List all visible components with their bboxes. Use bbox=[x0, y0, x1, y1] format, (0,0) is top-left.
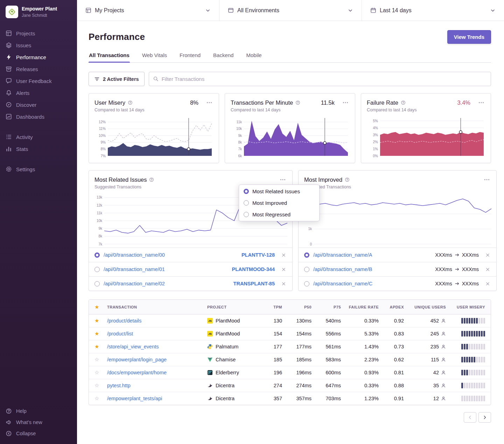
tab-frontend[interactable]: Frontend bbox=[179, 52, 201, 62]
transaction-link[interactable]: /product/list bbox=[107, 331, 133, 337]
arrow-right-icon bbox=[455, 252, 460, 257]
transaction-link[interactable]: /empowerplant_tests/api bbox=[107, 396, 162, 401]
transaction-link[interactable]: /api/0/transaction_name/C bbox=[313, 281, 372, 286]
dismiss-button[interactable] bbox=[281, 281, 287, 287]
radio-button[interactable] bbox=[244, 200, 249, 206]
sidebar-item-releases[interactable]: Releases bbox=[0, 63, 77, 75]
tab-web-vitals[interactable]: Web Vitals bbox=[142, 52, 167, 62]
star-filled-icon[interactable]: ★ bbox=[94, 331, 99, 337]
sidebar-item-stats[interactable]: Stats bbox=[0, 143, 77, 155]
transaction-link[interactable]: /empowerplant/login_page bbox=[107, 357, 167, 362]
question-icon[interactable] bbox=[345, 177, 350, 182]
misery-bar bbox=[474, 357, 475, 362]
dropdown-option-most-related-issues[interactable]: Most Related Issues bbox=[239, 186, 319, 197]
dismiss-button[interactable] bbox=[485, 281, 491, 287]
question-icon[interactable] bbox=[128, 100, 133, 105]
dropdown-option-most-improved[interactable]: Most Improved bbox=[239, 197, 319, 209]
sidebar-item-discover[interactable]: Discover bbox=[0, 99, 77, 111]
transaction-link[interactable]: pytest.http bbox=[107, 383, 131, 388]
previous-page-button[interactable] bbox=[464, 412, 476, 423]
column-header-tpm[interactable]: TPM bbox=[263, 300, 285, 314]
column-header-p75[interactable]: P75 bbox=[314, 300, 344, 314]
active-filters-button[interactable]: 2 Active Filters bbox=[89, 72, 145, 86]
question-icon[interactable] bbox=[149, 177, 154, 182]
sidebar-item-alerts[interactable]: Alerts bbox=[0, 87, 77, 99]
sidebar-item-user-feedback[interactable]: User Feedback bbox=[0, 75, 77, 87]
issue-link[interactable]: TRANSPLANT-85 bbox=[233, 281, 275, 286]
issue-link[interactable]: PLANTTV-128 bbox=[241, 252, 275, 258]
star-outline-icon[interactable]: ☆ bbox=[94, 382, 99, 388]
question-icon[interactable] bbox=[401, 100, 406, 105]
misery-bar bbox=[481, 344, 483, 349]
issue-link[interactable]: PLANTMOOD-344 bbox=[232, 266, 275, 272]
dropdown-option-most-regressed[interactable]: Most Regressed bbox=[239, 209, 319, 220]
radio-button[interactable] bbox=[244, 189, 249, 194]
transaction-link[interactable]: /api/0/transaction_name/A bbox=[313, 252, 372, 258]
most-related-issues-menu-button[interactable] bbox=[279, 176, 287, 183]
radio-button[interactable] bbox=[94, 252, 100, 258]
misery-bar bbox=[471, 383, 473, 388]
transaction-link[interactable]: /api/0/transaction_name/01 bbox=[104, 266, 165, 272]
project-picker[interactable]: My Projects bbox=[77, 0, 219, 21]
sidebar-item-what-s-new[interactable]: What’s new bbox=[0, 417, 77, 428]
svg-text:11k: 11k bbox=[97, 211, 103, 215]
dismiss-button[interactable] bbox=[281, 252, 287, 258]
transaction-link[interactable]: /api/0/transaction_name/02 bbox=[104, 281, 165, 286]
star-outline-icon[interactable]: ☆ bbox=[94, 369, 99, 375]
sidebar-item-settings[interactable]: Settings bbox=[0, 163, 77, 175]
sidebar-item-performance[interactable]: Performance bbox=[0, 51, 77, 63]
sidebar-item-label: Dashboards bbox=[16, 114, 44, 120]
radio-button[interactable] bbox=[94, 267, 100, 272]
misery-bar bbox=[471, 370, 473, 375]
radio-button[interactable] bbox=[94, 281, 100, 286]
sidebar-item-issues[interactable]: Issues bbox=[0, 39, 77, 51]
ellipsis-icon bbox=[478, 99, 484, 106]
star-filled-icon[interactable]: ★ bbox=[94, 344, 99, 349]
failure-rate-menu-button[interactable] bbox=[477, 99, 485, 106]
column-header-unique-users[interactable]: UNIQUE USERS bbox=[407, 300, 449, 314]
radio-button[interactable] bbox=[244, 212, 249, 217]
column-header-project[interactable]: PROJECT bbox=[204, 300, 263, 314]
transactions-per-minute-menu-button[interactable] bbox=[342, 99, 349, 106]
transaction-link[interactable]: /product/details bbox=[107, 318, 141, 324]
environment-picker[interactable]: All Environments bbox=[219, 0, 362, 21]
column-header-apdex[interactable]: APDEX bbox=[382, 300, 407, 314]
next-page-button[interactable] bbox=[478, 412, 491, 423]
star-outline-icon[interactable]: ☆ bbox=[94, 395, 99, 401]
tab-all-transactions[interactable]: All Transactions bbox=[89, 52, 130, 62]
dismiss-button[interactable] bbox=[485, 266, 491, 272]
column-header-failure-rate[interactable]: FAILURE RATE bbox=[344, 300, 382, 314]
column-header-transaction[interactable]: TRANSACTION bbox=[104, 300, 204, 314]
radio-button[interactable] bbox=[304, 281, 309, 286]
column-header-p50[interactable]: P50 bbox=[285, 300, 314, 314]
transaction-link[interactable]: /store/api_view_events bbox=[107, 344, 159, 349]
close-icon bbox=[485, 253, 490, 257]
tab-backend[interactable]: Backend bbox=[213, 52, 234, 62]
view-trends-button[interactable]: View Trends bbox=[447, 30, 491, 44]
sidebar-item-dashboards[interactable]: Dashboards bbox=[0, 111, 77, 123]
sidebar-item-collapse[interactable]: Collapse bbox=[0, 428, 77, 439]
radio-button[interactable] bbox=[304, 252, 309, 258]
transaction-link[interactable]: /docs/empowerplant/home bbox=[107, 370, 167, 375]
unique-users-value: 42 bbox=[433, 370, 439, 375]
tab-mobile[interactable]: Mobile bbox=[246, 52, 262, 62]
star-filled-icon[interactable]: ★ bbox=[94, 318, 99, 324]
sidebar-item-activity[interactable]: Activity bbox=[0, 131, 77, 143]
date-range-picker[interactable]: Last 14 days bbox=[362, 0, 504, 21]
column-header-user-misery[interactable]: USER MISERY bbox=[449, 300, 491, 314]
unique-users-value: 452 bbox=[430, 318, 439, 324]
transaction-link[interactable]: /api/0/transaction_name/00 bbox=[104, 252, 165, 258]
org-switcher[interactable]: Empower Plant Jane Schmidt bbox=[0, 0, 77, 25]
radio-button[interactable] bbox=[304, 267, 309, 272]
question-icon[interactable] bbox=[295, 100, 300, 105]
star-column-header[interactable]: ★ bbox=[89, 300, 104, 314]
most-improved-menu-button[interactable] bbox=[483, 176, 491, 183]
transaction-search-input[interactable] bbox=[149, 72, 491, 86]
user-misery-menu-button[interactable] bbox=[205, 99, 213, 106]
dismiss-button[interactable] bbox=[281, 266, 287, 272]
sidebar-item-help[interactable]: Help bbox=[0, 405, 77, 417]
dismiss-button[interactable] bbox=[485, 252, 491, 258]
star-outline-icon[interactable]: ☆ bbox=[94, 356, 99, 362]
transaction-link[interactable]: /api/0/transaction_name/B bbox=[313, 266, 372, 272]
sidebar-item-projects[interactable]: Projects bbox=[0, 27, 77, 39]
